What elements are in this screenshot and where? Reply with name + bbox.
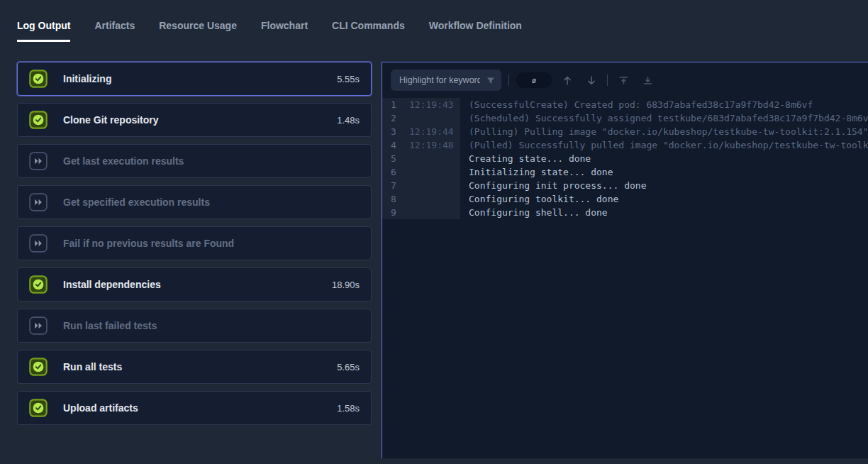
tab-label: Artifacts [94,20,135,31]
match-count-badge: ø [516,72,552,88]
line-timestamp: 12:19:44 [402,125,460,138]
tab-label: CLI Commands [332,20,405,31]
tab-label: Resource Usage [159,20,237,31]
tab-bar: Log Output Artifacts Resource Usage Flow… [0,0,868,42]
line-timestamp [402,206,460,219]
line-timestamp [402,165,460,179]
tab-label: Workflow Definition [429,20,522,31]
log-output: 112:19:43 (SuccessfulCreate) Created pod… [382,96,868,458]
log-panel: ø [382,62,868,458]
step-row[interactable]: Get specified execution results [17,185,372,219]
scroll-to-bottom-button[interactable] [639,72,656,89]
toolbar-divider [508,74,509,86]
check-icon [29,111,48,129]
tab-artifacts[interactable]: Artifacts [94,20,135,42]
step-row[interactable]: Fail if no previous results are Found [17,226,372,260]
log-line: 112:19:43 (SuccessfulCreate) Created pod… [382,98,868,111]
log-line: 2 (Scheduled) Successfully assigned test… [382,111,868,125]
line-timestamp [402,179,460,192]
step-label: Fail if no previous results are Found [63,238,360,249]
highlight-search [391,70,501,91]
step-row[interactable]: Upload artifacts 1.58s [17,391,372,425]
step-label: Initializing [63,73,337,84]
line-text: Configuring toolkit... done [460,192,868,206]
check-icon [29,399,48,417]
tab-resource-usage[interactable]: Resource Usage [159,20,237,42]
tab-workflow-definition[interactable]: Workflow Definition [429,20,522,42]
tab-cli-commands[interactable]: CLI Commands [332,20,405,42]
line-text: Configuring init process... done [460,179,868,192]
log-gutter: 412:19:48 [382,138,460,152]
toolbar-divider [607,74,608,86]
log-gutter: 9 [382,206,460,219]
line-text: Creating state... done [460,152,868,165]
line-timestamp [402,192,460,206]
log-line: 8 Configuring toolkit... done [382,192,868,206]
step-row[interactable]: Install dependencies 18.90s [17,267,372,302]
next-match-button[interactable] [583,72,600,89]
log-gutter: 6 [382,165,460,179]
previous-match-button[interactable] [559,72,576,89]
log-gutter: 2 [382,111,460,125]
content: Initializing 5.55s Clone Git repository … [0,62,868,458]
scroll-to-top-button[interactable] [615,72,632,89]
step-row[interactable]: Run all tests 5.65s [17,350,372,384]
skip-forward-icon [29,193,48,211]
step-label: Get specified execution results [63,197,360,208]
tab-label: Flowchart [261,20,308,31]
step-row[interactable]: Initializing 5.55s [17,62,372,96]
line-text: Initializing state... done [460,165,868,179]
check-icon [29,275,48,294]
step-label: Upload artifacts [63,402,337,414]
log-gutter: 7 [382,179,460,192]
skip-forward-icon [29,234,48,253]
step-duration: 5.65s [337,362,360,372]
line-number: 1 [382,98,402,111]
line-number: 8 [382,192,402,206]
tab-flowchart[interactable]: Flowchart [261,20,308,42]
line-number: 7 [382,179,402,192]
log-line: 5 Creating state... done [382,152,868,165]
line-text: (Scheduled) Successfully assigned testku… [460,111,868,125]
step-duration: 1.58s [337,403,360,414]
step-label: Clone Git repository [63,114,337,126]
check-icon [29,70,48,88]
step-row[interactable]: Clone Git repository 1.48s [17,103,372,137]
step-list: Initializing 5.55s Clone Git repository … [17,62,372,458]
log-gutter: 5 [382,152,460,165]
highlight-keywords-input[interactable] [391,70,501,91]
line-text: (Pulled) Successfully pulled image "dock… [460,138,868,152]
step-label: Get last execution results [63,155,360,167]
step-label: Install dependencies [63,279,332,290]
line-number: 5 [382,152,402,165]
log-line: 9 Configuring shell... done [382,206,868,219]
step-row[interactable]: Run last failed tests [17,309,372,343]
log-line: 6 Initializing state... done [382,165,868,179]
log-line: 312:19:44 (Pulling) Pulling image "docke… [382,125,868,138]
line-number: 3 [382,125,402,138]
line-timestamp [402,152,460,165]
line-number: 4 [382,138,402,152]
line-timestamp [402,111,460,125]
line-number: 6 [382,165,402,179]
log-line: 412:19:48 (Pulled) Successfully pulled i… [382,138,868,152]
line-timestamp: 12:19:43 [402,98,460,111]
skip-forward-icon [29,152,48,170]
log-gutter: 112:19:43 [382,98,460,111]
log-line: 7 Configuring init process... done [382,179,868,192]
line-timestamp: 12:19:48 [402,138,460,152]
line-number: 2 [382,111,402,125]
step-duration: 1.48s [337,115,360,126]
line-text: Configuring shell... done [460,206,868,219]
check-icon [29,358,48,376]
step-duration: 18.90s [332,280,360,290]
tab-log-output[interactable]: Log Output [17,20,70,42]
line-number: 9 [382,206,402,219]
log-toolbar: ø [382,62,868,96]
step-row[interactable]: Get last execution results [17,144,372,178]
step-label: Run all tests [63,361,337,372]
line-text: (SuccessfulCreate) Created pod: 683d7aba… [460,98,868,111]
skip-forward-icon [29,316,48,335]
funnel-icon [486,75,495,88]
step-label: Run last failed tests [63,320,360,331]
